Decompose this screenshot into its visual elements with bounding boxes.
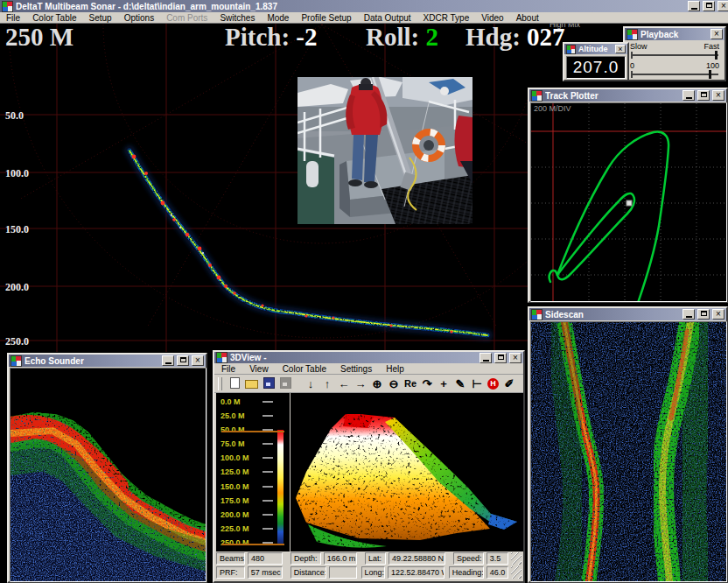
depth-tick-50: 50.0 (5, 109, 24, 123)
menu-mode[interactable]: Mode (261, 13, 295, 23)
fast-label: Fast (704, 42, 719, 51)
profile-button[interactable]: ⊢ (471, 377, 483, 390)
close-button[interactable]: × (712, 90, 724, 101)
toolbar-grip[interactable] (218, 377, 222, 390)
close-button[interactable]: × (718, 1, 728, 11)
zoom-out-button[interactable]: ⊖ (388, 377, 400, 390)
track-plotter-titlebar[interactable]: Track Plotter × (529, 89, 726, 102)
sidescan-window: Sidescan × (528, 306, 728, 583)
menu-file[interactable]: File (214, 364, 242, 374)
maximize-button[interactable] (697, 309, 710, 320)
restore-icon (706, 3, 712, 8)
pan-left-button[interactable]: ← (338, 377, 350, 390)
close-button[interactable]: × (712, 309, 724, 320)
restore-button[interactable] (703, 1, 715, 11)
range-scale-label: 250 M (5, 23, 74, 52)
speed-slider-handle[interactable] (715, 51, 718, 60)
app-icon (531, 309, 542, 320)
view3d-titlebar[interactable]: 3DView - × (214, 352, 523, 363)
minimize-button[interactable] (682, 309, 695, 320)
resize-grip[interactable] (511, 552, 522, 565)
menu-file[interactable]: File (0, 13, 26, 23)
pan-up-button[interactable]: ↑ (321, 377, 333, 390)
minimize-button[interactable] (688, 1, 700, 11)
resize-grip[interactable] (511, 566, 522, 579)
altitude-window: Altitude × 207.0 (563, 42, 629, 81)
range-min-label: 0 (630, 61, 634, 70)
maximize-icon (701, 92, 707, 97)
altitude-value: 207.0 (566, 56, 626, 79)
close-button[interactable]: × (710, 29, 723, 39)
prf-label: PRF: (216, 566, 245, 579)
sidescan-title: Sidescan (545, 310, 680, 320)
playback-speed-slider[interactable] (631, 51, 718, 60)
rotate-button[interactable]: ↷ (421, 377, 433, 390)
crosshair-button[interactable]: + (438, 377, 450, 390)
redraw-button[interactable]: Re (404, 377, 416, 390)
range-max-label: 100 (706, 61, 719, 70)
open-file-button[interactable] (245, 377, 258, 390)
playback-titlebar[interactable]: Playback × (625, 28, 724, 40)
menu-help[interactable]: Help (379, 364, 411, 374)
save-file-button[interactable] (262, 377, 275, 390)
depth-value: 166.0 m (324, 552, 357, 565)
depth-scale-label: 150.0 M (220, 482, 259, 491)
erase-button[interactable]: ✐ (503, 377, 515, 390)
menu-color-table[interactable]: Color Table (276, 364, 333, 374)
zoom-in-button[interactable]: ⊕ (371, 377, 383, 390)
terrain-3d-view[interactable] (290, 393, 522, 551)
menu-data-output[interactable]: Data Output (358, 13, 417, 23)
view3d-toolbar: ↓ ↑ ← → ⊕ ⊖ Re ↷ + ✎ ⊢ H ✐ (214, 375, 523, 393)
new-file-button[interactable] (228, 377, 241, 390)
pan-down-button[interactable]: ↓ (304, 377, 317, 390)
maximize-icon (498, 355, 504, 360)
speed-label: Speed: (453, 552, 484, 565)
minimize-icon (691, 8, 697, 10)
long-value: 122.52.88470 W (388, 566, 444, 579)
menu-switches[interactable]: Switches (214, 13, 261, 23)
long-label: Long: (361, 566, 386, 579)
minimize-button[interactable] (162, 355, 174, 366)
track-plotter-title: Track Plotter (545, 91, 680, 101)
minimize-button[interactable] (480, 353, 492, 363)
heading-value: 46.0 (486, 566, 509, 579)
main-titlebar[interactable]: DeltaT Multibeam Sonar - d:\deltat\india… (0, 0, 728, 12)
hold-button[interactable]: H (487, 378, 499, 390)
position-slider-handle[interactable] (709, 70, 711, 79)
depth-tick-150: 150.0 (5, 223, 29, 236)
menu-view[interactable]: View (242, 364, 276, 374)
altitude-title: Altitude (578, 45, 612, 53)
menu-options[interactable]: Options (118, 13, 160, 23)
pan-right-button[interactable]: → (354, 377, 367, 390)
menu-about[interactable]: About (510, 13, 545, 23)
app-icon (531, 90, 542, 102)
menu-settings[interactable]: Settings (333, 364, 379, 374)
depth-scale-label: 200.0 M (220, 510, 259, 519)
maximize-button[interactable] (494, 353, 507, 363)
sidescan-titlebar[interactable]: Sidescan × (529, 308, 726, 320)
menu-video[interactable]: Video (475, 13, 509, 23)
close-button[interactable]: × (615, 45, 626, 53)
depth-label: Depth: (290, 552, 321, 565)
view3d-window: 3DView - × File View Color Table Setting… (213, 350, 525, 583)
roll-value: 2 (425, 23, 438, 51)
menu-setup[interactable]: Setup (83, 13, 118, 23)
measure-button[interactable]: ✎ (454, 377, 466, 390)
distance-value (329, 566, 356, 579)
sidescan-view (530, 321, 727, 582)
menu-color-table[interactable]: Color Table (26, 13, 82, 23)
pitch-value: -2 (296, 23, 317, 51)
depth-scale-label: 175.0 M (220, 496, 259, 505)
altitude-titlebar[interactable]: Altitude × (564, 44, 627, 54)
playback-position-slider[interactable] (631, 70, 718, 79)
maximize-button[interactable] (697, 90, 710, 101)
echo-sounder-titlebar[interactable]: Echo Sounder × (9, 355, 206, 367)
menu-xdcr-type[interactable]: XDCR Type (417, 13, 476, 23)
save-disk-icon (263, 377, 275, 389)
minimize-button[interactable] (682, 90, 695, 101)
maximize-button[interactable] (177, 355, 189, 366)
close-button[interactable]: × (192, 355, 204, 366)
close-button[interactable]: × (509, 353, 522, 363)
echo-sounder-window: Echo Sounder × (7, 353, 207, 583)
menu-profile-setup[interactable]: Profile Setup (295, 13, 357, 23)
